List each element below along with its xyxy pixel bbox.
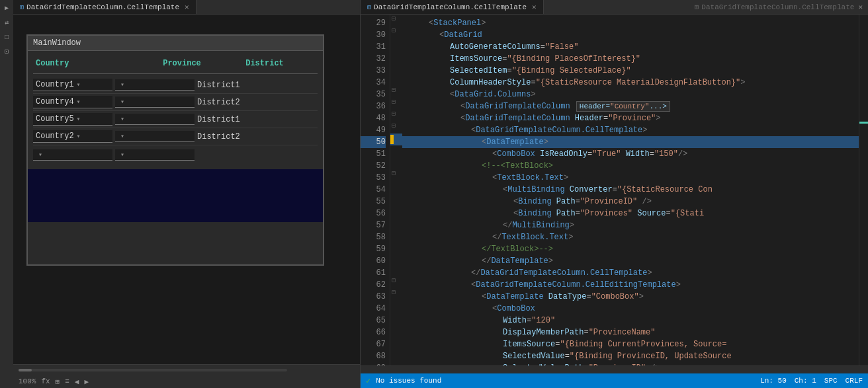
editor-active-tab[interactable]: ⊞ DataGridTemplateColumn.CellTemplate ✕ [361,0,544,14]
code-line-29: <StackPanel> [402,17,859,29]
collapse-62[interactable]: ⊟ [392,276,396,284]
code-text-66: DisplayMemberPath="ProvinceName" [408,327,655,338]
code-text-54: <MultiBinding Converter="{StaticResource… [408,184,713,196]
combo-arrow-4[interactable]: ▾ [77,132,81,140]
gutter-row-29: ⊟ [390,15,402,26]
combo-arrow-p4[interactable]: ▾ [120,132,124,140]
left-active-tab[interactable]: ⊞ DataGridTemplateColumn.CellTemplate ✕ [13,0,196,14]
code-text-57: </MultiBinding> [408,219,574,231]
province-combo-4[interactable]: ▾ [115,131,195,142]
vtool-expand[interactable]: ⊡ [1,46,12,57]
gutter-row-60 [390,252,402,264]
columns-icon[interactable]: ≡ [65,377,69,385]
district-value-1: District1 [195,79,261,91]
combo-arrow-1[interactable]: ▾ [77,81,81,89]
country-combo-1[interactable]: Country1 ▾ [33,79,112,91]
collapse-48[interactable]: ⊟ [392,110,396,118]
district-value-4: District2 [195,131,261,143]
combo-arrow-2[interactable]: ▾ [77,98,81,106]
code-line-36: <DataGridTemplateColumn Header="Country"… [402,100,859,112]
gutter-row-65 [390,312,402,324]
collapse-49[interactable]: ⊟ [392,122,396,130]
code-line-50: <DataTemplate> [402,136,859,148]
wpf-preview-area: MainWindow Country Province District Cou… [13,15,360,364]
table-row-empty: ▾ ▾ [33,145,318,164]
combo-arrow-empty[interactable]: ▾ [38,151,42,159]
combo-arrow-p-empty[interactable]: ▾ [120,151,124,159]
country-combo-3[interactable]: Country5 ▾ [33,113,112,126]
gutter-row-54 [390,181,402,193]
code-line-54: <MultiBinding Converter="{StaticResource… [402,184,859,196]
code-text-33: SelectedItem="{Binding SelectedPlace}" [408,65,631,77]
code-line-65: Width="120" [402,315,859,327]
country-combo-4[interactable]: Country2 ▾ [33,130,112,143]
code-line-59: </TextBlock>--> [402,243,859,255]
editor-tab-right-close[interactable]: ✕ [858,3,863,11]
vertical-toolbar[interactable]: ▶ ⇄ □ ⊡ [0,0,13,388]
code-line-63: <DataTemplate DataType="ComboBox"> [402,291,859,303]
province-combo-empty[interactable]: ▾ [115,149,195,161]
collapse-63[interactable]: ⊟ [392,288,396,296]
province-combo-3[interactable]: ▾ [115,114,195,125]
province-combo-1[interactable]: ▾ [115,79,195,91]
code-line-53: <TextBlock.Text> [402,172,859,184]
vtool-swap[interactable]: ⇄ [1,17,12,28]
vtool-run[interactable]: ▶ [1,3,12,13]
table-row: Country2 ▾ ▾ District2 [33,128,318,145]
code-line-34: ColumnHeaderStyle="{StaticResource Mater… [402,77,859,89]
gutter-row-33 [390,62,402,74]
province-combo-2[interactable]: ▾ [115,97,195,108]
gutter-row-30: ⊟ [390,26,402,38]
left-tab-bar: ⊞ DataGridTemplateColumn.CellTemplate ✕ [13,0,360,15]
status-left: ✓ No issues found [366,376,441,386]
minimap [859,15,868,366]
left-scrollbar[interactable] [13,364,360,375]
combo-arrow-p3[interactable]: ▾ [120,115,124,123]
country-value-3: Country5 [36,114,74,124]
code-text-52: <!--<TextBlock> [408,160,553,172]
gutter-row-67 [390,336,402,348]
code-text-63: <DataTemplate DataType="ComboBox"> [408,291,644,303]
grid-icon[interactable]: ⊞ [56,377,60,386]
gutter-row-59 [390,241,402,252]
wpf-window-title: MainWindow [33,38,81,48]
scroll-thumb[interactable] [19,369,32,371]
collapse-29[interactable]: ⊟ [392,15,396,22]
arrow-left-icon[interactable]: ◀ [75,377,79,386]
left-tab-close[interactable]: ✕ [185,3,189,11]
collapse-36[interactable]: ⊟ [392,98,396,106]
combo-arrow-3[interactable]: ▾ [77,115,81,123]
gutter-row-49: ⊟ [390,122,402,134]
collapse-30[interactable]: ⊟ [392,26,396,34]
code-line-35: <DataGrid.Columns> [402,89,859,100]
gutter-row-64 [390,300,402,312]
collapse-35[interactable]: ⊟ [392,86,396,94]
vtool-copy[interactable]: □ [1,32,12,42]
gutter-row-58 [390,229,402,241]
gutter-row-36: ⊟ [390,98,402,110]
col-district-header: District [232,56,298,71]
fx-icon[interactable]: fx [41,377,50,385]
code-text-50: <DataTemplate> [408,136,548,148]
scroll-track [19,369,287,371]
code-text-31: AutoGenerateColumns="False" [408,41,578,53]
code-line-32: ItemsSource="{Binding PlacesOfInterest}" [402,53,859,65]
col-number-status: Ch: 1 [795,377,816,385]
bottom-scrollbar[interactable] [361,366,868,373]
collapse-53[interactable]: ⊟ [392,169,396,177]
col-country-header: Country [33,56,132,71]
arrow-right-icon[interactable]: ▶ [84,377,89,386]
table-row: Country5 ▾ ▾ District1 [33,111,318,128]
combo-arrow-p2[interactable]: ▾ [120,98,124,106]
country-combo-2[interactable]: Country4 ▾ [33,96,112,108]
code-text-30: <DataGrid [408,29,482,41]
minimap-indicator [859,122,868,124]
editor-area: 29 30 31 32 33 34 35 36 48 49 50 51 52 5… [361,15,868,366]
editor-tab-close[interactable]: ✕ [532,3,537,11]
combo-arrow-p1[interactable]: ▾ [120,81,124,89]
gutter-row-32 [390,50,402,62]
gutter-row-61 [390,264,402,276]
code-line-55: <Binding Path="ProvinceID" /> [402,196,859,208]
gutter-row-51 [390,145,402,157]
country-combo-empty[interactable]: ▾ [33,149,112,161]
